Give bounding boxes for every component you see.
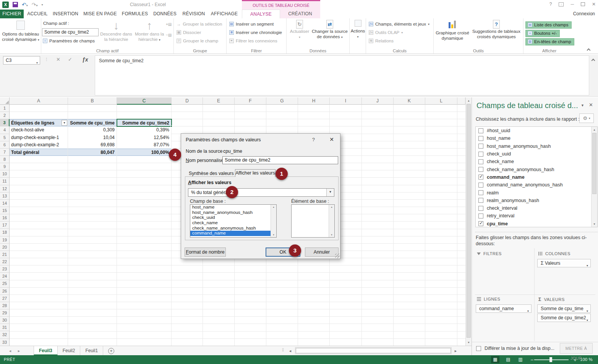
listbox-scrollbar[interactable]: ▲ ▼ bbox=[271, 205, 276, 237]
insert-function-icon[interactable]: ƒx bbox=[82, 57, 88, 63]
tab-revision[interactable]: RÉVISION bbox=[182, 10, 206, 18]
field-row[interactable]: realm_anonymous_hash bbox=[476, 197, 597, 204]
field-checkbox[interactable] bbox=[478, 183, 483, 188]
actions-button[interactable]: Actions▾ bbox=[350, 20, 366, 40]
tab-mise-en-page[interactable]: MISE EN PAGE bbox=[83, 10, 117, 18]
pivot-percent-value[interactable]: 12,54% bbox=[117, 134, 172, 141]
row-header[interactable]: 15 bbox=[0, 207, 10, 214]
row-header[interactable]: 31 bbox=[0, 324, 10, 331]
confirm-entry-icon[interactable]: ✓ bbox=[68, 57, 72, 62]
new-sheet-icon[interactable]: + bbox=[108, 348, 114, 354]
scroll-up-icon[interactable]: ▲ bbox=[271, 206, 276, 208]
insert-timeline-button[interactable]: ≣Insérer une chronologie bbox=[229, 29, 282, 36]
hscroll-right-icon[interactable]: ► bbox=[454, 349, 457, 353]
field-checkbox[interactable] bbox=[478, 136, 483, 141]
sheet-tab[interactable]: Feuil2 bbox=[58, 346, 81, 356]
pivot-row-label[interactable]: Total général bbox=[10, 149, 68, 156]
row-header[interactable]: 5 bbox=[0, 134, 10, 141]
tab-analyse[interactable]: ANALYSE bbox=[242, 10, 280, 18]
column-header[interactable] bbox=[457, 97, 465, 105]
row-labels-filter-icon[interactable]: ▼ bbox=[62, 120, 67, 126]
zoom-slider-thumb[interactable] bbox=[549, 357, 552, 362]
field-list-toggle[interactable]: ▤Liste des champs bbox=[525, 20, 572, 29]
row-header[interactable]: 11 bbox=[0, 178, 10, 185]
resize-grip[interactable] bbox=[335, 254, 340, 258]
row-header[interactable]: 4 bbox=[0, 126, 10, 134]
field-row[interactable]: retry_interval bbox=[476, 212, 597, 220]
tab-summarize-values[interactable]: Synthèse des valeurs par bbox=[189, 171, 242, 176]
row-header[interactable]: 1 bbox=[0, 105, 10, 112]
row-header[interactable]: 3 bbox=[0, 119, 10, 126]
row-header[interactable]: 12 bbox=[0, 185, 10, 193]
filter-connections-button[interactable]: ⏷Filtrer les connexions bbox=[229, 37, 277, 44]
row-header[interactable]: 2 bbox=[0, 112, 10, 119]
row-header[interactable]: 21 bbox=[0, 251, 10, 258]
ungroup-button[interactable]: ▦Dissocier bbox=[177, 29, 201, 36]
tab-show-values-as[interactable]: Afficher les valeurs bbox=[235, 169, 276, 177]
scroll-up-icon[interactable]: ▲ bbox=[466, 99, 472, 102]
field-row[interactable]: host_name bbox=[476, 134, 597, 142]
listbox-scrollbar[interactable]: ▲ ▼ bbox=[329, 205, 334, 237]
combo-chevron-icon[interactable]: ▼ bbox=[326, 189, 334, 196]
pivot-percent-value[interactable]: 0,39% bbox=[117, 126, 172, 134]
insert-slicer-button[interactable]: ▤Insérer un segment bbox=[229, 21, 274, 28]
field-checkbox[interactable] bbox=[478, 167, 483, 172]
custom-name-input[interactable]: Somme de cpu_time2 bbox=[222, 156, 338, 164]
field-settings-button[interactable]: i Paramètres de champs bbox=[43, 37, 95, 44]
field-checkbox[interactable] bbox=[478, 221, 483, 226]
pivot-cpu-time-value[interactable]: 80,047 bbox=[68, 149, 117, 156]
base-field-option[interactable]: command_name bbox=[190, 231, 276, 236]
row-header[interactable]: 22 bbox=[0, 258, 10, 265]
row-header[interactable]: 20 bbox=[0, 244, 10, 251]
column-header[interactable]: L bbox=[425, 97, 457, 105]
scroll-up-icon[interactable]: ▲ bbox=[592, 128, 597, 131]
field-checkbox[interactable] bbox=[478, 128, 483, 133]
select-all-corner[interactable] bbox=[0, 97, 10, 105]
scroll-down-icon[interactable]: ▼ bbox=[329, 234, 334, 236]
minimize-button[interactable]: ─ bbox=[570, 2, 574, 7]
row-header[interactable]: 7 bbox=[0, 149, 10, 156]
row-header[interactable]: 17 bbox=[0, 222, 10, 229]
drill-up-button[interactable]: ↑ Monter dans la hiérarchie ▾ bbox=[133, 20, 166, 43]
row-header[interactable]: 29 bbox=[0, 309, 10, 317]
field-checkbox[interactable] bbox=[478, 198, 483, 203]
pivot-cpu-time-value[interactable]: 10,04 bbox=[68, 134, 117, 141]
pivot-data-row[interactable]: dump-check-example-1 10,04 12,54% bbox=[10, 134, 172, 141]
vertical-scrollbar[interactable]: ▲ ▼ bbox=[465, 97, 472, 346]
recommended-pivottables-button[interactable]: ? Suggestions de tableaux croisés dynami… bbox=[470, 20, 523, 39]
row-header[interactable]: 8 bbox=[0, 156, 10, 163]
zone-field-pill[interactable]: Σ Valeurs▾ bbox=[537, 259, 591, 267]
fill-handle[interactable] bbox=[170, 125, 172, 127]
row-headers[interactable]: 1234567891011121314151617181920212223242… bbox=[0, 105, 10, 346]
pivot-data-row[interactable]: check-host-alive 0,309 0,39% bbox=[10, 126, 172, 134]
column-header[interactable]: E bbox=[203, 97, 235, 105]
row-header[interactable]: 33 bbox=[0, 339, 10, 346]
column-header[interactable]: K bbox=[394, 97, 425, 105]
row-header[interactable]: 32 bbox=[0, 331, 10, 338]
tab-accueil[interactable]: ACCUEIL bbox=[27, 10, 48, 18]
field-headers-toggle[interactable]: ▥En-têtes de champ bbox=[525, 37, 574, 45]
pivot-row-label[interactable]: check-host-alive bbox=[10, 126, 68, 134]
dialog-help-icon[interactable]: ? bbox=[312, 137, 315, 142]
cancel-button[interactable]: Annuler bbox=[305, 248, 339, 257]
row-header[interactable]: 9 bbox=[0, 163, 10, 170]
tab-affichage[interactable]: AFFICHAGE bbox=[211, 10, 238, 18]
tab-fichier[interactable]: FICHIER bbox=[0, 10, 24, 18]
sheet-nav-left-icon[interactable]: ◄ bbox=[8, 349, 12, 353]
column-header[interactable]: J bbox=[362, 97, 394, 105]
field-checkbox[interactable] bbox=[478, 175, 483, 180]
drill-down-button[interactable]: ↓ Descendre dans la hiérarchie bbox=[99, 20, 133, 42]
collapse-ribbon-icon[interactable] bbox=[587, 49, 591, 52]
column-header[interactable]: H bbox=[298, 97, 330, 105]
scroll-down-icon[interactable]: ▼ bbox=[271, 234, 276, 236]
group-selection-button[interactable]: →Grouper la sélection bbox=[177, 21, 222, 28]
column-header[interactable]: D bbox=[172, 97, 203, 105]
pivot-col1-header[interactable]: Somme de cpu_time bbox=[68, 119, 117, 126]
field-row[interactable]: check_name bbox=[476, 158, 597, 165]
plus-minus-buttons-toggle[interactable]: ±Boutons +/- bbox=[525, 29, 560, 37]
pivot-data-row[interactable]: Total général 80,047 100,00% bbox=[10, 149, 172, 156]
scroll-down-icon[interactable]: ▼ bbox=[466, 341, 472, 344]
pane-options-icon[interactable]: ▼ bbox=[581, 104, 584, 107]
field-checkbox[interactable] bbox=[478, 159, 483, 164]
column-header[interactable]: G bbox=[266, 97, 298, 105]
